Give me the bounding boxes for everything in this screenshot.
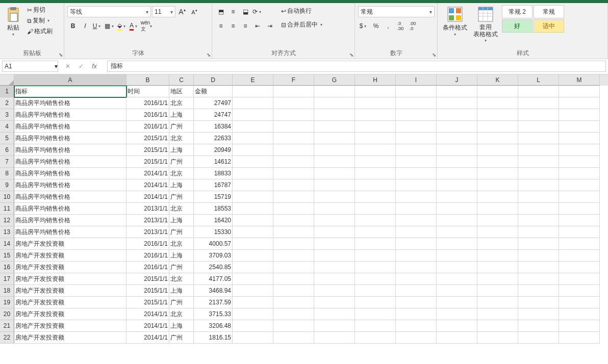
- cell[interactable]: [477, 203, 518, 215]
- cell[interactable]: [559, 215, 600, 226]
- cell[interactable]: [437, 133, 477, 144]
- accounting-format-button[interactable]: $▾: [358, 20, 369, 32]
- wrap-text-button[interactable]: ↩ 自动换行: [280, 6, 325, 16]
- cell[interactable]: 商品房平均销售价格: [14, 168, 126, 179]
- cell[interactable]: [273, 308, 314, 320]
- cell[interactable]: [477, 308, 518, 320]
- align-left-button[interactable]: ≡: [215, 20, 226, 32]
- cell[interactable]: [477, 250, 518, 262]
- cell[interactable]: [559, 144, 600, 156]
- cell[interactable]: 2013/1/1: [126, 203, 169, 215]
- cell[interactable]: [437, 285, 477, 297]
- column-header[interactable]: B: [126, 74, 169, 86]
- cell[interactable]: [477, 191, 518, 203]
- cell[interactable]: [559, 226, 600, 238]
- column-header[interactable]: F: [273, 74, 314, 86]
- cell[interactable]: 房地产开发投资额: [14, 320, 126, 332]
- cell[interactable]: [355, 86, 396, 97]
- cell[interactable]: [437, 250, 477, 262]
- cell[interactable]: [437, 320, 477, 332]
- cell[interactable]: 商品房平均销售价格: [14, 191, 126, 203]
- cell[interactable]: [233, 121, 273, 133]
- cancel-formula-button[interactable]: ✕: [62, 63, 73, 70]
- cell[interactable]: [477, 262, 518, 273]
- cell[interactable]: [233, 332, 273, 344]
- cell[interactable]: [396, 109, 437, 121]
- cell[interactable]: [559, 250, 600, 262]
- cell[interactable]: 4000.57: [194, 238, 233, 250]
- cell[interactable]: [437, 156, 477, 168]
- cell[interactable]: 2016/1/1: [126, 109, 169, 121]
- cell[interactable]: 广州: [169, 226, 194, 238]
- fx-button[interactable]: fx: [89, 63, 100, 70]
- cell[interactable]: [518, 297, 559, 308]
- cell[interactable]: [518, 191, 559, 203]
- cell[interactable]: [559, 168, 600, 179]
- cell[interactable]: 2015/1/1: [126, 273, 169, 285]
- cell[interactable]: [314, 203, 355, 215]
- cell[interactable]: 2016/1/1: [126, 262, 169, 273]
- cell[interactable]: 2015/1/1: [126, 144, 169, 156]
- cell[interactable]: 商品房平均销售价格: [14, 121, 126, 133]
- cell[interactable]: [559, 297, 600, 308]
- column-header[interactable]: A: [14, 74, 126, 86]
- cell[interactable]: [233, 285, 273, 297]
- cell[interactable]: 上海: [169, 179, 194, 191]
- cell[interactable]: [233, 179, 273, 191]
- conditional-format-button[interactable]: 条件格式 ▾: [440, 4, 470, 39]
- table-format-button[interactable]: 套用 表格格式 ▾: [470, 4, 501, 45]
- increase-font-button[interactable]: A▴: [176, 6, 188, 17]
- cell[interactable]: [233, 86, 273, 97]
- formula-input[interactable]: 指标: [107, 61, 606, 72]
- bold-button[interactable]: B: [67, 20, 79, 32]
- column-header[interactable]: M: [559, 74, 600, 86]
- cell[interactable]: [273, 144, 314, 156]
- cell[interactable]: [273, 156, 314, 168]
- cell[interactable]: 2013/1/1: [126, 215, 169, 226]
- copy-button[interactable]: ⧉ 复制 ▾: [26, 16, 54, 25]
- underline-button[interactable]: U▾: [92, 20, 103, 32]
- cell[interactable]: [437, 215, 477, 226]
- cell[interactable]: [233, 168, 273, 179]
- cell[interactable]: [233, 308, 273, 320]
- cell[interactable]: 2016/1/1: [126, 121, 169, 133]
- cell[interactable]: 2016/1/1: [126, 97, 169, 109]
- cell[interactable]: [437, 332, 477, 344]
- cell[interactable]: 2014/1/1: [126, 168, 169, 179]
- cell[interactable]: [437, 238, 477, 250]
- cell[interactable]: 2013/1/1: [126, 226, 169, 238]
- cell[interactable]: [518, 97, 559, 109]
- cell[interactable]: [273, 109, 314, 121]
- cell[interactable]: [314, 262, 355, 273]
- cell[interactable]: 北京: [169, 203, 194, 215]
- cell[interactable]: 商品房平均销售价格: [14, 133, 126, 144]
- cell[interactable]: [314, 285, 355, 297]
- cell[interactable]: [233, 297, 273, 308]
- row-header[interactable]: 1: [0, 86, 14, 97]
- cell[interactable]: [437, 97, 477, 109]
- cell[interactable]: [355, 121, 396, 133]
- cell[interactable]: [477, 320, 518, 332]
- row-header[interactable]: 7: [0, 156, 14, 168]
- cell[interactable]: [355, 285, 396, 297]
- cell[interactable]: [396, 215, 437, 226]
- cell[interactable]: [233, 262, 273, 273]
- align-right-button[interactable]: ≡: [240, 20, 251, 32]
- cell[interactable]: 24747: [194, 109, 233, 121]
- align-bottom-button[interactable]: ⬓: [240, 6, 251, 17]
- cell[interactable]: [396, 262, 437, 273]
- cell[interactable]: 15719: [194, 191, 233, 203]
- cell[interactable]: 2015/1/1: [126, 133, 169, 144]
- cell[interactable]: [396, 332, 437, 344]
- cell[interactable]: [396, 297, 437, 308]
- cell[interactable]: 房地产开发投资额: [14, 238, 126, 250]
- cell[interactable]: [518, 273, 559, 285]
- column-header[interactable]: L: [518, 74, 559, 86]
- cell[interactable]: [273, 215, 314, 226]
- cell[interactable]: [559, 179, 600, 191]
- row-header[interactable]: 13: [0, 226, 14, 238]
- cell[interactable]: 2014/1/1: [126, 308, 169, 320]
- row-header[interactable]: 16: [0, 262, 14, 273]
- merge-center-button[interactable]: ⊟ 合并后居中 ▾: [280, 20, 325, 30]
- cell[interactable]: [314, 250, 355, 262]
